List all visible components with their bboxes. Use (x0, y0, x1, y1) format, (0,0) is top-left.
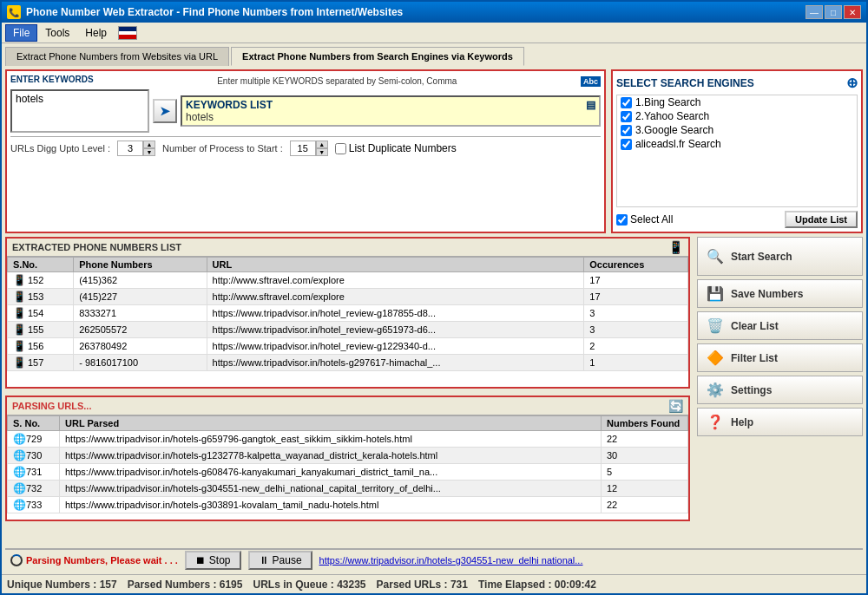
minimize-button[interactable]: — (806, 5, 823, 19)
settings-button[interactable]: ⚙️ Settings (697, 376, 863, 404)
table-row[interactable]: 📱157 - 9816017100 https://www.tripadviso… (8, 355, 688, 371)
parsing-header: PARSING URLS... 🔄 (7, 397, 688, 415)
list-item[interactable]: 🌐730 https://www.tripadvisor.in/hotels-g… (8, 448, 688, 464)
num-process-spinner: ▲ ▼ (290, 141, 328, 156)
list-duplicate-label: List Duplicate Numbers (349, 142, 457, 154)
cell-occ: 3 (584, 305, 688, 322)
parsing-icon: 🔄 (668, 399, 683, 413)
pause-button[interactable]: ⏸ Pause (248, 551, 312, 570)
stop-button[interactable]: ⏹ Stop (185, 551, 241, 570)
num-process-input[interactable] (290, 141, 316, 156)
maximize-button[interactable]: □ (825, 5, 842, 19)
col-phone: Phone Numbers (74, 258, 207, 272)
start-search-label: Start Search (731, 251, 792, 263)
parsing-table-container[interactable]: S. No. URL Parsed Numbers Found 🌐729 htt… (7, 415, 688, 520)
num-process-spin-buttons: ▲ ▼ (316, 141, 328, 156)
list-item[interactable]: 🌐729 https://www.tripadvisor.in/hotels-g… (8, 431, 688, 448)
parsed-numbers: Parsed Numbers : 6195 (128, 579, 243, 591)
list-item[interactable]: 🌐732 https://www.tripadvisor.in/hotels-g… (8, 481, 688, 497)
list-item[interactable]: 🌐733 https://www.tripadvisor.in/hotels-g… (8, 497, 688, 513)
save-numbers-label: Save Numbers (731, 288, 803, 300)
se-checkbox-0[interactable] (621, 97, 632, 108)
close-button[interactable]: ✕ (844, 5, 861, 19)
parse-cell-sno: 🌐732 (8, 481, 60, 497)
controls-row: URLs Digg Upto Level : ▲ ▼ Number of Pro… (10, 136, 601, 156)
se-icon[interactable]: ⊕ (846, 75, 858, 91)
tab-url[interactable]: Extract Phone Numbers from Websites via … (5, 47, 229, 66)
add-keywords-button[interactable]: ➤ (153, 99, 177, 123)
se-name-2: 3.Google Search (635, 124, 713, 136)
se-checkbox-2[interactable] (621, 125, 632, 136)
filter-list-button[interactable]: 🔶 Filter List (697, 343, 863, 372)
urls-digg-input[interactable] (117, 141, 143, 156)
se-list: 1.Bing Search 2.Yahoo Search 3.Google Se… (616, 95, 858, 207)
parse-cell-found: 12 (602, 481, 688, 497)
help-button[interactable]: ❓ Help (697, 408, 863, 436)
se-name-1: 2.Yahoo Search (635, 110, 709, 122)
settings-icon: ⚙️ (707, 382, 724, 398)
cell-sno: 📱155 (8, 322, 74, 338)
window-title: Phone Number Web Extractor - Find Phone … (26, 6, 403, 18)
se-checkbox-3[interactable] (621, 139, 632, 150)
parse-cell-found: 30 (602, 448, 688, 464)
tab-keywords[interactable]: Extract Phone Numbers from Search Engine… (231, 47, 524, 66)
list-duplicate-checkbox-label[interactable]: List Duplicate Numbers (335, 142, 457, 154)
se-title: SELECT SEARCH ENGINES ⊕ (616, 75, 858, 91)
num-process-up[interactable]: ▲ (316, 141, 328, 148)
list-duplicate-checkbox[interactable] (335, 143, 346, 154)
keywords-section: ENTER KEYWORDS Enter multiple KEYWORDS s… (5, 69, 606, 233)
parse-cell-url: https://www.tripadvisor.in/hotels-g30389… (60, 497, 602, 513)
clear-icon: 🗑️ (707, 317, 724, 334)
menu-file[interactable]: File (5, 24, 37, 42)
cell-url: https://www.tripadvisor.in/hotel_review-… (207, 305, 584, 322)
cell-url: https://www.tripadvisor.in/hotel_review-… (207, 338, 584, 355)
update-list-button[interactable]: Update List (785, 211, 858, 228)
cell-sno: 📱154 (8, 305, 74, 322)
flag-icon (118, 26, 137, 40)
status-link[interactable]: https://www.tripadvisor.in/hotels-g30455… (319, 555, 583, 566)
phone-icon: 📱 (668, 240, 683, 254)
start-search-button[interactable]: 🔍 Start Search (697, 237, 863, 276)
cell-phone: (415)362 (74, 272, 207, 289)
parse-cell-sno: 🌐730 (8, 448, 60, 464)
se-checkbox-1[interactable] (621, 111, 632, 122)
cell-url: https://www.tripadvisor.in/hotels-g29761… (207, 355, 584, 371)
num-process-down[interactable]: ▼ (316, 148, 328, 156)
table-row[interactable]: 📱156 263780492 https://www.tripadvisor.i… (8, 338, 688, 355)
table-row[interactable]: 📱153 (415)227 http://www.sftravel.com/ex… (8, 289, 688, 305)
title-bar-left: 📞 Phone Number Web Extractor - Find Phon… (7, 5, 403, 19)
list-item[interactable]: 🌐731 https://www.tripadvisor.in/hotels-g… (8, 464, 688, 481)
urls-digg-down[interactable]: ▼ (143, 148, 155, 156)
keywords-list-icon[interactable]: ▤ (586, 99, 595, 111)
pause-icon: ⏸ (259, 554, 269, 566)
table-row[interactable]: 📱154 8333271 https://www.tripadvisor.in/… (8, 305, 688, 322)
keywords-list-header: KEYWORDS LIST ▤ (186, 99, 595, 111)
keywords-list-content: hotels (186, 111, 595, 123)
table-row[interactable]: 📱155 262505572 https://www.tripadvisor.i… (8, 322, 688, 338)
cell-occ: 1 (584, 355, 688, 371)
keywords-input[interactable]: hotels (10, 89, 149, 133)
menu-help[interactable]: Help (77, 24, 115, 42)
se-item-3: aliceadsl.fr Search (617, 137, 857, 151)
filter-list-label: Filter List (731, 352, 778, 364)
clear-list-button[interactable]: 🗑️ Clear List (697, 311, 863, 340)
status-animated: Parsing Numbers, Please wait . . . (10, 554, 178, 566)
stop-icon: ⏹ (195, 554, 206, 566)
pause-label: Pause (273, 554, 302, 566)
save-numbers-button[interactable]: 💾 Save Numbers (697, 279, 863, 308)
parse-cell-sno: 🌐731 (8, 464, 60, 481)
cell-sno: 📱156 (8, 338, 74, 355)
bottom-area: EXTRACTED PHONE NUMBERS LIST 📱 S.No. Pho… (5, 237, 863, 548)
parse-cell-url: https://www.tripadvisor.in/hotels-g60847… (60, 464, 602, 481)
table-row[interactable]: 📱152 (415)362 http://www.sftravel.com/ex… (8, 272, 688, 289)
extracted-table-container[interactable]: S.No. Phone Numbers URL Occurences 📱152 … (7, 257, 688, 387)
parse-cell-sno: 🌐733 (8, 497, 60, 513)
select-all-checkbox[interactable] (616, 214, 628, 226)
abc-badge: Abc (581, 76, 601, 87)
menu-tools[interactable]: Tools (37, 24, 77, 42)
se-item-0: 1.Bing Search (617, 95, 857, 109)
se-item-2: 3.Google Search (617, 123, 857, 137)
select-all-label[interactable]: Select All (616, 213, 673, 226)
cell-phone: 263780492 (74, 338, 207, 355)
urls-digg-up[interactable]: ▲ (143, 141, 155, 148)
